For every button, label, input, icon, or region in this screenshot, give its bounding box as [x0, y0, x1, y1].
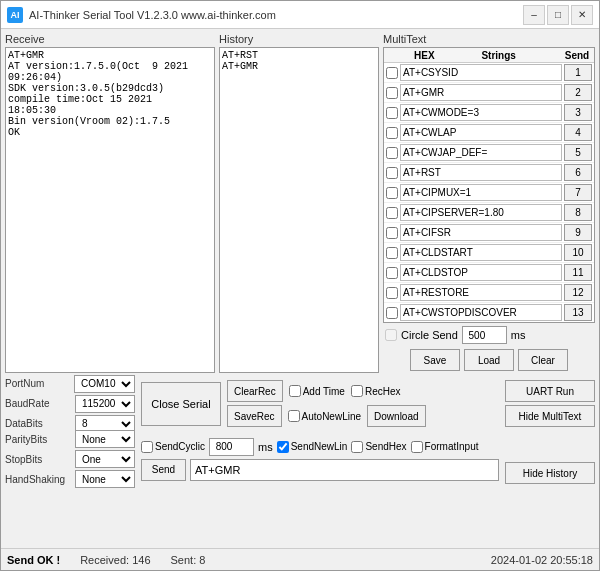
mid-center-row1: ClearRec Add Time RecHex — [227, 380, 499, 402]
circle-send-input[interactable] — [462, 326, 507, 344]
close-button[interactable]: ✕ — [571, 5, 593, 25]
mt-checkbox-5[interactable] — [386, 147, 398, 159]
history-area[interactable]: AT+RST AT+GMR — [219, 47, 379, 373]
hide-multitext-button[interactable]: Hide MultiText — [505, 405, 595, 427]
stopbits-label: StopBits — [5, 454, 73, 465]
mt-send-btn-2[interactable]: 2 — [564, 84, 592, 101]
portnum-select[interactable]: COM10 — [74, 375, 135, 393]
mt-input-12[interactable] — [400, 284, 562, 301]
mt-input-7[interactable] — [400, 184, 562, 201]
baudrate-select[interactable]: 115200 — [75, 395, 135, 413]
main-window: AI AI-Thinker Serial Tool V1.2.3.0 www.a… — [0, 0, 600, 571]
mt-input-11[interactable] — [400, 264, 562, 281]
handshaking-select[interactable]: None — [75, 470, 135, 488]
load-button[interactable]: Load — [464, 349, 514, 371]
mt-send-btn-12[interactable]: 12 — [564, 284, 592, 301]
add-time-label: Add Time — [289, 385, 345, 397]
mt-input-10[interactable] — [400, 244, 562, 261]
clear-rec-button[interactable]: ClearRec — [227, 380, 283, 402]
mt-send-btn-5[interactable]: 5 — [564, 144, 592, 161]
stopbits-select[interactable]: One — [75, 450, 135, 468]
receive-area[interactable]: AT+GMR AT version:1.7.5.0(Oct 9 2021 09:… — [5, 47, 215, 373]
send-cyclic-label-wrap: SendCyclic — [141, 441, 205, 453]
stopbits-row: StopBits One — [5, 450, 135, 468]
paritybits-select[interactable]: None — [75, 430, 135, 448]
send-cyclic-row: SendCyclic ms SendNewLin SendHex Forma — [141, 438, 499, 456]
send-cyclic-checkbox[interactable] — [141, 441, 153, 453]
received-status: Received: 146 — [80, 554, 150, 566]
mt-input-1[interactable] — [400, 64, 562, 81]
circle-send-label: Circle Send — [401, 329, 458, 341]
send-button[interactable]: Send — [141, 459, 186, 481]
mt-send-btn-11[interactable]: 11 — [564, 264, 592, 281]
mt-send-btn-1[interactable]: 1 — [564, 64, 592, 81]
top-row: Receive AT+GMR AT version:1.7.5.0(Oct 9 … — [5, 33, 595, 373]
mt-input-2[interactable] — [400, 84, 562, 101]
mt-checkbox-2[interactable] — [386, 87, 398, 99]
send-cyclic-ms-input[interactable] — [209, 438, 254, 456]
mt-checkbox-3[interactable] — [386, 107, 398, 119]
mt-send-btn-3[interactable]: 3 — [564, 104, 592, 121]
mt-input-8[interactable] — [400, 204, 562, 221]
mt-checkbox-10[interactable] — [386, 247, 398, 259]
port-settings-top: PortNum COM10 BaudRate 115200 DataBits 8 — [5, 375, 135, 433]
close-serial-button[interactable]: Close Serial — [141, 382, 221, 426]
mt-send-btn-10[interactable]: 10 — [564, 244, 592, 261]
mt-input-9[interactable] — [400, 224, 562, 241]
mt-checkbox-13[interactable] — [386, 307, 398, 319]
uart-run-button[interactable]: UART Run — [505, 380, 595, 402]
mt-checkbox-12[interactable] — [386, 287, 398, 299]
portnum-row: PortNum COM10 — [5, 375, 135, 393]
mt-input-13[interactable] — [400, 304, 562, 321]
mt-checkbox-7[interactable] — [386, 187, 398, 199]
send-cyclic-unit: ms — [258, 441, 273, 453]
window-controls: – □ ✕ — [523, 5, 593, 25]
title-bar: AI AI-Thinker Serial Tool V1.2.3.0 www.a… — [1, 1, 599, 29]
hide-history-button[interactable]: Hide History — [505, 462, 595, 484]
auto-newline-checkbox[interactable] — [288, 410, 300, 422]
circle-send-row: Circle Send ms — [383, 323, 595, 347]
baudrate-row: BaudRate 115200 — [5, 395, 135, 413]
main-content: Receive AT+GMR AT version:1.7.5.0(Oct 9 … — [1, 29, 599, 548]
mt-input-6[interactable] — [400, 164, 562, 181]
minimize-button[interactable]: – — [523, 5, 545, 25]
rec-hex-checkbox[interactable] — [351, 385, 363, 397]
mt-checkbox-11[interactable] — [386, 267, 398, 279]
baudrate-label: BaudRate — [5, 398, 73, 409]
mt-checkbox-8[interactable] — [386, 207, 398, 219]
add-time-checkbox[interactable] — [289, 385, 301, 397]
mt-row-8: 8 — [384, 203, 594, 223]
maximize-button[interactable]: □ — [547, 5, 569, 25]
mt-send-btn-8[interactable]: 8 — [564, 204, 592, 221]
mt-send-btn-13[interactable]: 13 — [564, 304, 592, 321]
send-input[interactable] — [190, 459, 499, 481]
mt-input-4[interactable] — [400, 124, 562, 141]
format-input-checkbox[interactable] — [411, 441, 423, 453]
databits-label: DataBits — [5, 418, 73, 429]
mt-checkbox-4[interactable] — [386, 127, 398, 139]
send-newline-checkbox[interactable] — [277, 441, 289, 453]
mt-row-10: 10 — [384, 243, 594, 263]
save-button[interactable]: Save — [410, 349, 460, 371]
paritybits-label: ParityBits — [5, 434, 73, 445]
mt-checkbox-9[interactable] — [386, 227, 398, 239]
mt-checkbox-1[interactable] — [386, 67, 398, 79]
circle-send-checkbox[interactable] — [385, 329, 397, 341]
mt-row-7: 7 — [384, 183, 594, 203]
bot-row: ParityBits None StopBits One HandShaking… — [5, 434, 595, 484]
clear-button[interactable]: Clear — [518, 349, 568, 371]
save-rec-button[interactable]: SaveRec — [227, 405, 282, 427]
mt-input-3[interactable] — [400, 104, 562, 121]
mt-strings-header: Strings — [481, 50, 560, 61]
download-button[interactable]: Download — [367, 405, 425, 427]
mt-input-5[interactable] — [400, 144, 562, 161]
mt-send-btn-4[interactable]: 4 — [564, 124, 592, 141]
mt-checkbox-6[interactable] — [386, 167, 398, 179]
send-hex-checkbox[interactable] — [351, 441, 363, 453]
mt-row-4: 4 — [384, 123, 594, 143]
mt-send-btn-7[interactable]: 7 — [564, 184, 592, 201]
mt-send-btn-6[interactable]: 6 — [564, 164, 592, 181]
mt-send-btn-9[interactable]: 9 — [564, 224, 592, 241]
mt-row-12: 12 — [384, 283, 594, 303]
history-panel: History AT+RST AT+GMR — [219, 33, 379, 373]
